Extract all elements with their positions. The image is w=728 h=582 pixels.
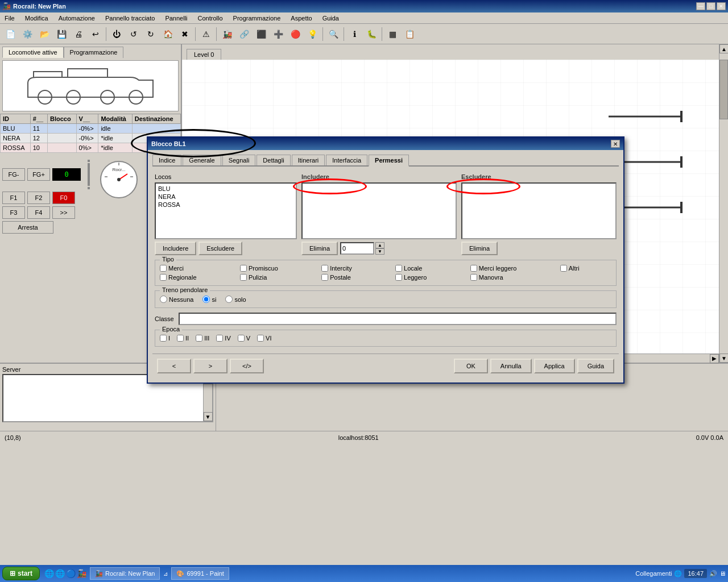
elimina-includere-button[interactable]: Elimina: [301, 242, 338, 255]
tipo-leggero: Leggero: [395, 274, 459, 281]
ok-button[interactable]: OK: [454, 359, 488, 373]
tipo-manovra-checkbox[interactable]: [470, 274, 477, 281]
tab-interfaccia[interactable]: Interfaccia: [326, 155, 367, 165]
tab-segnali[interactable]: Segnali: [222, 155, 256, 165]
epoca-III-label: III: [204, 335, 209, 342]
tipo-pulizia-checkbox[interactable]: [240, 274, 247, 281]
spin-buttons: ▲ ▼: [375, 242, 384, 255]
tipo-altri-label: Altri: [569, 265, 580, 272]
treno-solo-label: solo: [234, 296, 246, 303]
tipo-legend: Tipo: [160, 256, 176, 263]
tipo-intercity-label: Intercity: [330, 265, 352, 272]
applica-button[interactable]: Applica: [534, 359, 575, 373]
spin-down[interactable]: ▼: [375, 248, 384, 255]
epoca-V-checkbox[interactable]: [238, 335, 245, 342]
prev-button[interactable]: <: [157, 359, 191, 373]
tab-itinerari[interactable]: Itinerari: [292, 155, 325, 165]
tipo-manovra-label: Manovra: [479, 274, 503, 281]
treno-solo-radio[interactable]: [225, 296, 233, 303]
tipo-leggero-checkbox[interactable]: [395, 274, 402, 281]
locos-buttons: Includere Escludere: [155, 242, 297, 255]
treno-si-radio[interactable]: [202, 296, 210, 303]
tab-dettagli[interactable]: Dettagli: [257, 155, 290, 165]
epoca-IV-label: IV: [225, 335, 230, 342]
classe-label: Classe: [155, 315, 174, 322]
dialog-close-button[interactable]: ✕: [611, 140, 620, 148]
annulla-button[interactable]: Annulla: [490, 359, 532, 373]
escludere-label: Escludere: [461, 173, 617, 180]
locos-listbox[interactable]: BLU NERA ROSSA: [155, 182, 297, 239]
next-button[interactable]: >: [193, 359, 228, 373]
tipo-merci-leggero-checkbox[interactable]: [470, 265, 477, 272]
epoca-II-label: II: [185, 335, 189, 342]
epoca-I-label: I: [168, 335, 170, 342]
tipo-altri: Altri: [560, 265, 611, 272]
epoca-I-checkbox[interactable]: [160, 335, 167, 342]
epoca-row: I II III IV: [160, 335, 611, 342]
spin-up[interactable]: ▲: [375, 242, 384, 248]
treno-radio-row: Nessuna si solo: [160, 296, 611, 303]
treno-nessuna-label: Nessuna: [169, 296, 193, 303]
footer-action-buttons: OK Annulla Applica Guida: [454, 359, 614, 373]
dialog-content: Indice Generale Segnali Dettagli Itinera…: [148, 150, 623, 383]
tipo-regionale: Regionale: [160, 274, 229, 281]
tipo-pulizia-label: Pulizia: [249, 274, 267, 281]
dialog-blocco-bl1: Blocco BL1 ✕ Indice Generale Segnali Det…: [147, 136, 624, 384]
epoca-I: I: [160, 335, 170, 342]
tab-permessi[interactable]: Permessi: [369, 155, 409, 167]
list-item[interactable]: NERA: [157, 193, 295, 201]
epoca-IV-checkbox[interactable]: [216, 335, 223, 342]
tipo-locale-label: Locale: [404, 265, 422, 272]
epoca-V: V: [238, 335, 250, 342]
tipo-promiscuo-label: Promiscuo: [249, 265, 278, 272]
epoca-II-checkbox[interactable]: [177, 335, 184, 342]
elimina-escludere-button[interactable]: Elimina: [461, 242, 498, 255]
epoca-III-checkbox[interactable]: [196, 335, 202, 342]
epoca-VI-checkbox[interactable]: [257, 335, 264, 342]
tipo-postale-checkbox[interactable]: [321, 274, 328, 281]
escludere-button[interactable]: Escludere: [198, 242, 242, 255]
locos-label: Locos: [155, 173, 297, 180]
treno-nessuna-radio[interactable]: [160, 296, 167, 303]
tipo-intercity: Intercity: [321, 265, 384, 272]
list-item[interactable]: ROSSA: [157, 201, 295, 209]
dialog-title: Blocco BL1: [151, 140, 186, 147]
tipo-merci-label: Merci: [168, 265, 184, 272]
tipo-locale: Locale: [395, 265, 459, 272]
tipo-promiscuo-checkbox[interactable]: [240, 265, 247, 272]
epoca-III: III: [196, 335, 209, 342]
tab-generale[interactable]: Generale: [183, 155, 221, 165]
treno-nessuna: Nessuna: [160, 296, 193, 303]
tipo-locale-checkbox[interactable]: [395, 265, 402, 272]
treno-solo: solo: [225, 296, 246, 303]
includere-listbox[interactable]: [301, 182, 457, 239]
list-item[interactable]: BLU: [157, 185, 295, 193]
footer-nav-buttons: < > </>: [157, 359, 264, 373]
escludere-listbox[interactable]: [461, 182, 617, 239]
guida-button[interactable]: Guida: [577, 359, 614, 373]
includere-button[interactable]: Includere: [155, 242, 196, 255]
xml-button[interactable]: </>: [230, 359, 264, 373]
classe-input[interactable]: [179, 313, 617, 325]
tipo-leggero-label: Leggero: [404, 274, 427, 281]
treno-legend: Treno pendolare: [160, 286, 210, 293]
dialog-title-bar: Blocco BL1 ✕: [148, 138, 623, 150]
includere-buttons: Elimina ▲ ▼: [301, 242, 457, 255]
dialog-overlay: Blocco BL1 ✕ Indice Generale Segnali Det…: [0, 0, 728, 582]
tipo-regionale-checkbox[interactable]: [160, 274, 167, 281]
tipo-altri-checkbox[interactable]: [560, 265, 567, 272]
classe-row: Classe: [155, 313, 617, 325]
tab-indice[interactable]: Indice: [152, 155, 181, 165]
tipo-merci-leggero: Merci leggero: [470, 265, 549, 272]
epoca-II: II: [177, 335, 189, 342]
tipo-manovra: Manovra: [470, 274, 549, 281]
tipo-merci-checkbox[interactable]: [160, 265, 167, 272]
tipo-intercity-checkbox[interactable]: [321, 265, 328, 272]
tipo-section: Tipo Merci Promiscuo Intercity: [155, 260, 617, 286]
escludere-section: Escludere Elimina: [461, 173, 617, 255]
epoca-VI-label: VI: [266, 335, 271, 342]
treno-pendolare-section: Treno pendolare Nessuna si solo: [155, 290, 617, 308]
tipo-merci-leggero-label: Merci leggero: [479, 265, 517, 272]
tipo-pulizia: Pulizia: [240, 274, 310, 281]
spin-input[interactable]: [340, 242, 374, 255]
